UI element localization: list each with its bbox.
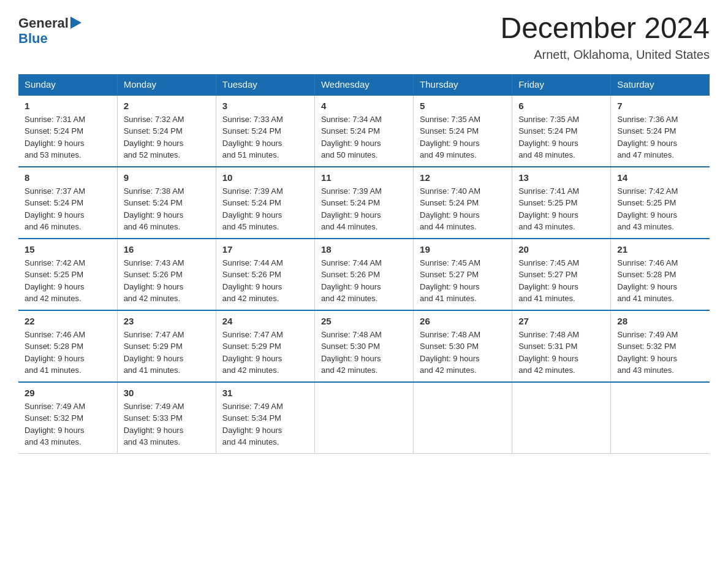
calendar-header-row: Sunday Monday Tuesday Wednesday Thursday…: [18, 74, 710, 95]
day-info: Sunrise: 7:42 AMSunset: 5:25 PMDaylight:…: [25, 257, 111, 305]
day-info: Sunrise: 7:49 AMSunset: 5:34 PMDaylight:…: [222, 400, 308, 448]
day-number: 7: [617, 101, 703, 111]
header-thursday: Thursday: [414, 74, 512, 95]
day-info: Sunrise: 7:47 AMSunset: 5:29 PMDaylight:…: [124, 329, 210, 377]
day-info: Sunrise: 7:46 AMSunset: 5:28 PMDaylight:…: [25, 329, 111, 377]
calendar-cell: 27Sunrise: 7:48 AMSunset: 5:31 PMDayligh…: [512, 310, 611, 382]
calendar-cell: 4Sunrise: 7:34 AMSunset: 5:24 PMDaylight…: [314, 95, 413, 167]
header-friday: Friday: [512, 74, 611, 95]
calendar-cell: [314, 382, 413, 454]
calendar-cell: 2Sunrise: 7:32 AMSunset: 5:24 PMDaylight…: [117, 95, 216, 167]
calendar-cell: 23Sunrise: 7:47 AMSunset: 5:29 PMDayligh…: [117, 310, 216, 382]
day-number: 14: [617, 172, 703, 183]
day-info: Sunrise: 7:33 AMSunset: 5:24 PMDaylight:…: [222, 113, 308, 161]
header-saturday: Saturday: [611, 74, 710, 95]
calendar-cell: 20Sunrise: 7:45 AMSunset: 5:27 PMDayligh…: [512, 239, 611, 310]
calendar-cell: 9Sunrise: 7:38 AMSunset: 5:24 PMDaylight…: [117, 167, 216, 239]
day-info: Sunrise: 7:45 AMSunset: 5:27 PMDaylight:…: [518, 257, 604, 305]
calendar-cell: 15Sunrise: 7:42 AMSunset: 5:25 PMDayligh…: [18, 239, 117, 310]
calendar-cell: 1Sunrise: 7:31 AMSunset: 5:24 PMDaylight…: [18, 95, 117, 167]
day-info: Sunrise: 7:39 AMSunset: 5:24 PMDaylight:…: [222, 185, 308, 233]
calendar-cell: 3Sunrise: 7:33 AMSunset: 5:24 PMDaylight…: [216, 95, 314, 167]
calendar-body: 1Sunrise: 7:31 AMSunset: 5:24 PMDaylight…: [18, 95, 710, 454]
logo-general-text: General: [18, 16, 69, 31]
calendar-week-row: 29Sunrise: 7:49 AMSunset: 5:32 PMDayligh…: [18, 382, 710, 454]
calendar-cell: 17Sunrise: 7:44 AMSunset: 5:26 PMDayligh…: [216, 239, 314, 310]
calendar-table: Sunday Monday Tuesday Wednesday Thursday…: [18, 74, 710, 454]
day-info: Sunrise: 7:31 AMSunset: 5:24 PMDaylight:…: [25, 113, 111, 161]
calendar-cell: 14Sunrise: 7:42 AMSunset: 5:25 PMDayligh…: [611, 167, 710, 239]
day-number: 4: [321, 101, 407, 111]
day-number: 24: [222, 316, 308, 326]
day-info: Sunrise: 7:36 AMSunset: 5:24 PMDaylight:…: [617, 113, 703, 161]
calendar-title: December 2024: [500, 12, 710, 45]
day-number: 11: [321, 172, 407, 183]
day-info: Sunrise: 7:40 AMSunset: 5:24 PMDaylight:…: [420, 185, 506, 233]
svg-marker-0: [70, 17, 82, 29]
day-info: Sunrise: 7:49 AMSunset: 5:33 PMDaylight:…: [124, 400, 210, 448]
day-number: 31: [222, 388, 308, 398]
day-number: 1: [25, 101, 111, 111]
calendar-cell: 30Sunrise: 7:49 AMSunset: 5:33 PMDayligh…: [117, 382, 216, 454]
day-info: Sunrise: 7:43 AMSunset: 5:26 PMDaylight:…: [124, 257, 210, 305]
title-section: December 2024 Arnett, Oklahoma, United S…: [500, 12, 710, 62]
calendar-cell: 24Sunrise: 7:47 AMSunset: 5:29 PMDayligh…: [216, 310, 314, 382]
day-info: Sunrise: 7:45 AMSunset: 5:27 PMDaylight:…: [420, 257, 506, 305]
calendar-cell: 7Sunrise: 7:36 AMSunset: 5:24 PMDaylight…: [611, 95, 710, 167]
day-number: 3: [222, 101, 308, 111]
logo-blue-text: Blue: [18, 31, 48, 46]
calendar-cell: 25Sunrise: 7:48 AMSunset: 5:30 PMDayligh…: [314, 310, 413, 382]
day-number: 15: [25, 244, 111, 255]
calendar-cell: 29Sunrise: 7:49 AMSunset: 5:32 PMDayligh…: [18, 382, 117, 454]
calendar-cell: 19Sunrise: 7:45 AMSunset: 5:27 PMDayligh…: [414, 239, 512, 310]
header-wednesday: Wednesday: [314, 74, 413, 95]
day-info: Sunrise: 7:35 AMSunset: 5:24 PMDaylight:…: [420, 113, 506, 161]
day-info: Sunrise: 7:48 AMSunset: 5:30 PMDaylight:…: [420, 329, 506, 377]
day-info: Sunrise: 7:44 AMSunset: 5:26 PMDaylight:…: [222, 257, 308, 305]
calendar-cell: 26Sunrise: 7:48 AMSunset: 5:30 PMDayligh…: [414, 310, 512, 382]
calendar-cell: [512, 382, 611, 454]
day-info: Sunrise: 7:35 AMSunset: 5:24 PMDaylight:…: [518, 113, 604, 161]
day-number: 27: [518, 316, 604, 326]
day-info: Sunrise: 7:49 AMSunset: 5:32 PMDaylight:…: [25, 400, 111, 448]
calendar-cell: [611, 382, 710, 454]
calendar-cell: 12Sunrise: 7:40 AMSunset: 5:24 PMDayligh…: [414, 167, 512, 239]
day-info: Sunrise: 7:38 AMSunset: 5:24 PMDaylight:…: [124, 185, 210, 233]
day-number: 23: [124, 316, 210, 326]
day-number: 22: [25, 316, 111, 326]
calendar-cell: 11Sunrise: 7:39 AMSunset: 5:24 PMDayligh…: [314, 167, 413, 239]
calendar-cell: 16Sunrise: 7:43 AMSunset: 5:26 PMDayligh…: [117, 239, 216, 310]
day-number: 30: [124, 388, 210, 398]
day-number: 16: [124, 244, 210, 255]
logo: General Blue: [18, 15, 82, 46]
header-sunday: Sunday: [18, 74, 117, 95]
calendar-cell: 21Sunrise: 7:46 AMSunset: 5:28 PMDayligh…: [611, 239, 710, 310]
day-info: Sunrise: 7:41 AMSunset: 5:25 PMDaylight:…: [518, 185, 604, 233]
day-number: 20: [518, 244, 604, 255]
day-info: Sunrise: 7:48 AMSunset: 5:31 PMDaylight:…: [518, 329, 604, 377]
day-number: 10: [222, 172, 308, 183]
calendar-cell: 22Sunrise: 7:46 AMSunset: 5:28 PMDayligh…: [18, 310, 117, 382]
day-number: 9: [124, 172, 210, 183]
day-number: 6: [518, 101, 604, 111]
day-info: Sunrise: 7:48 AMSunset: 5:30 PMDaylight:…: [321, 329, 407, 377]
calendar-cell: 31Sunrise: 7:49 AMSunset: 5:34 PMDayligh…: [216, 382, 314, 454]
header-monday: Monday: [117, 74, 216, 95]
calendar-week-row: 1Sunrise: 7:31 AMSunset: 5:24 PMDaylight…: [18, 95, 710, 167]
day-number: 28: [617, 316, 703, 326]
calendar-cell: [414, 382, 512, 454]
day-info: Sunrise: 7:42 AMSunset: 5:25 PMDaylight:…: [617, 185, 703, 233]
calendar-cell: 28Sunrise: 7:49 AMSunset: 5:32 PMDayligh…: [611, 310, 710, 382]
day-info: Sunrise: 7:49 AMSunset: 5:32 PMDaylight:…: [617, 329, 703, 377]
day-number: 13: [518, 172, 604, 183]
day-number: 19: [420, 244, 506, 255]
day-number: 21: [617, 244, 703, 255]
calendar-cell: 10Sunrise: 7:39 AMSunset: 5:24 PMDayligh…: [216, 167, 314, 239]
day-number: 29: [25, 388, 111, 398]
day-info: Sunrise: 7:39 AMSunset: 5:24 PMDaylight:…: [321, 185, 407, 233]
day-number: 18: [321, 244, 407, 255]
calendar-cell: 8Sunrise: 7:37 AMSunset: 5:24 PMDaylight…: [18, 167, 117, 239]
day-number: 2: [124, 101, 210, 111]
day-info: Sunrise: 7:32 AMSunset: 5:24 PMDaylight:…: [124, 113, 210, 161]
calendar-cell: 13Sunrise: 7:41 AMSunset: 5:25 PMDayligh…: [512, 167, 611, 239]
